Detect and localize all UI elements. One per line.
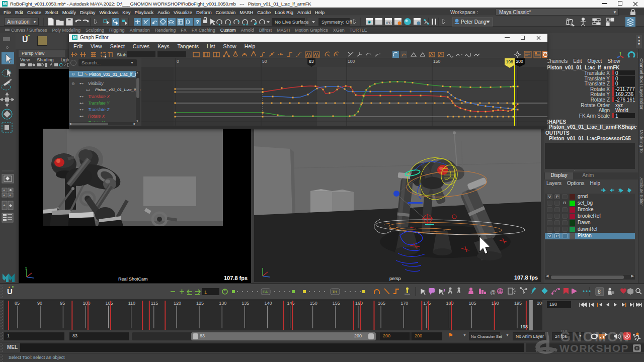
svg-text:90: 90 xyxy=(37,301,42,306)
svg-text:95: 95 xyxy=(60,301,65,306)
svg-text:100: 100 xyxy=(83,301,90,306)
svg-text:150: 150 xyxy=(433,59,440,64)
svg-text:155: 155 xyxy=(333,301,340,306)
svg-text:200: 200 xyxy=(516,59,523,64)
svg-text:200: 200 xyxy=(537,301,542,306)
svg-text:Stats: Stats xyxy=(117,52,128,57)
svg-text:175: 175 xyxy=(423,301,431,306)
svg-text:198: 198 xyxy=(520,324,528,329)
svg-text:115: 115 xyxy=(151,301,158,306)
svg-text:190: 190 xyxy=(492,301,499,306)
svg-text:185: 185 xyxy=(469,301,476,306)
svg-text:170: 170 xyxy=(400,301,408,306)
svg-text:150: 150 xyxy=(310,301,317,306)
svg-text:+: + xyxy=(3,203,6,208)
svg-text:130: 130 xyxy=(219,301,226,306)
svg-text:No Live Surface: No Live Surface xyxy=(275,19,309,25)
svg-text:110: 110 xyxy=(128,301,135,306)
svg-text:+: + xyxy=(3,189,5,192)
svg-text:@: @ xyxy=(490,289,496,295)
svg-text:85: 85 xyxy=(15,301,20,306)
svg-text:198: 198 xyxy=(506,59,513,64)
svg-text:50: 50 xyxy=(262,59,267,64)
svg-text:EA: EA xyxy=(263,290,268,294)
svg-text:1: 1 xyxy=(204,290,207,295)
svg-text:83: 83 xyxy=(309,59,314,64)
svg-text:0: 0 xyxy=(177,59,179,64)
svg-text:145: 145 xyxy=(287,301,295,306)
svg-text:135: 135 xyxy=(242,301,249,306)
svg-text:y: y xyxy=(25,266,27,270)
svg-text:Ɛ: Ɛ xyxy=(598,289,601,295)
svg-text:+: + xyxy=(3,194,5,197)
svg-text:105: 105 xyxy=(106,301,113,306)
svg-text:125: 125 xyxy=(196,301,204,306)
svg-text:Peter Dang: Peter Dang xyxy=(461,19,487,25)
svg-text:120: 120 xyxy=(174,301,181,306)
svg-text:195: 195 xyxy=(514,301,522,306)
svg-text:?: ? xyxy=(196,19,199,25)
svg-text:100: 100 xyxy=(348,59,355,64)
svg-text:TH: TH xyxy=(332,290,337,294)
svg-text:165: 165 xyxy=(378,301,385,306)
svg-text:Symmetry: Off: Symmetry: Off xyxy=(321,19,352,25)
svg-text:IPR: IPR xyxy=(386,21,392,25)
svg-text:160: 160 xyxy=(355,301,363,306)
svg-text:180: 180 xyxy=(446,301,454,306)
svg-text:140: 140 xyxy=(264,301,272,306)
svg-text:+: + xyxy=(9,194,11,197)
